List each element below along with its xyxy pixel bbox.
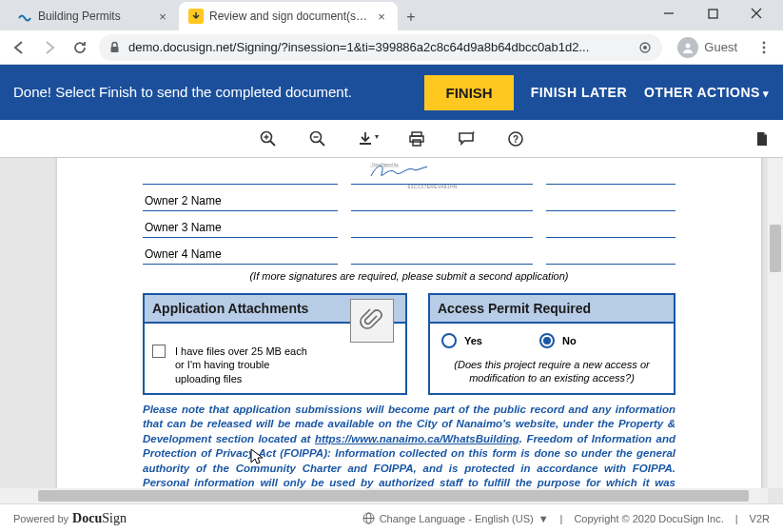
tab-title: Building Permits (38, 10, 150, 23)
attachment-upload-button[interactable] (350, 299, 394, 343)
radio-no-label: No (562, 335, 577, 346)
close-icon[interactable]: × (375, 10, 388, 23)
avatar-icon (677, 37, 698, 58)
vertical-scrollbar[interactable] (768, 158, 783, 488)
scroll-thumb[interactable] (38, 490, 749, 502)
svg-text:DocuSigned by:: DocuSigned by: (372, 162, 399, 167)
url-field[interactable]: demo.docusign.net/Signing/?insession=1&t… (99, 34, 662, 61)
minimize-button[interactable] (656, 4, 682, 23)
owner1-signature-cell[interactable]: DocuSigned by: 63CC57EREVA81HN (351, 181, 533, 185)
owner4-name-cell[interactable]: Owner 4 Name (143, 247, 338, 265)
print-icon[interactable] (405, 128, 428, 150)
svg-line-12 (270, 141, 275, 146)
tab-docusign[interactable]: Review and sign document(s) | D × (179, 2, 398, 30)
large-files-checkbox[interactable] (152, 345, 166, 358)
signature-id: 63CC57EREVA81HN (408, 184, 458, 189)
docusign-banner: Done! Select Finish to send the complete… (0, 65, 783, 120)
svg-line-16 (320, 141, 324, 146)
tab-building-permits[interactable]: Building Permits × (8, 2, 179, 30)
address-bar: demo.docusign.net/Signing/?insession=1&t… (0, 30, 783, 65)
document-toolbar: ▾ + ? (0, 120, 783, 158)
svg-point-10 (763, 50, 766, 53)
owner-signature-table: DocuSigned by: 63CC57EREVA81HN Owner 2 N… (143, 158, 675, 265)
finish-later-button[interactable]: FINISH LATER (531, 85, 627, 100)
favicon-icon (188, 9, 204, 24)
window-controls (656, 4, 783, 30)
owner2-name-cell[interactable]: Owner 2 Name (143, 194, 338, 211)
profile-chip[interactable]: Guest (670, 35, 745, 60)
svg-rect-1 (709, 10, 717, 18)
download-icon[interactable]: ▾ (356, 128, 379, 150)
close-icon[interactable]: × (156, 10, 169, 23)
finish-button[interactable]: FINISH (424, 75, 513, 110)
comment-icon[interactable]: + (455, 128, 478, 150)
large-files-label: I have files over 25 MB each or I'm havi… (175, 345, 308, 385)
help-icon[interactable]: ? (504, 128, 527, 150)
zoom-out-icon[interactable] (306, 128, 329, 150)
access-permit-box: Access Permit Required Yes No (Does this… (428, 293, 675, 395)
page-footer: Powered by DocuSign Change Language - En… (0, 503, 783, 532)
owner1-date-cell (546, 181, 676, 185)
document-viewport: DocuSigned by: 63CC57EREVA81HN Owner 2 N… (0, 158, 783, 503)
svg-rect-4 (111, 47, 119, 52)
back-button[interactable] (8, 36, 30, 59)
radio-yes-label: Yes (464, 335, 482, 346)
change-language-dropdown[interactable]: Change Language - English (US) ▼ (362, 512, 549, 524)
document-page: DocuSigned by: 63CC57EREVA81HN Owner 2 N… (57, 158, 761, 503)
svg-rect-19 (410, 136, 423, 142)
copyright-text: Copyright © 2020 DocuSign Inc. (574, 513, 723, 524)
browser-titlebar: Building Permits × Review and sign docum… (0, 0, 783, 30)
docusign-logo[interactable]: DocuSign (72, 511, 127, 526)
owner1-name-cell (143, 181, 338, 185)
whats-building-link[interactable]: https://www.nanaimo.ca/WhatsBuilding (315, 433, 519, 444)
menu-button[interactable] (753, 36, 775, 59)
svg-point-9 (763, 46, 766, 49)
favicon-icon (17, 9, 32, 24)
owner3-date-cell[interactable] (546, 234, 676, 238)
second-application-note: (If more signatures are required, please… (143, 270, 675, 282)
zoom-in-icon[interactable] (257, 128, 280, 150)
reload-button[interactable] (69, 36, 91, 59)
chevron-down-icon: ▼ (538, 513, 549, 524)
owner2-signature-cell[interactable] (351, 207, 533, 211)
access-permit-help: (Does this project require a new access … (438, 358, 666, 385)
svg-rect-20 (413, 140, 421, 146)
svg-point-7 (686, 43, 691, 48)
maximize-button[interactable] (699, 4, 726, 23)
owner4-signature-cell[interactable] (351, 261, 533, 265)
documents-panel-icon[interactable] (751, 128, 773, 150)
lock-icon (108, 41, 121, 53)
access-permit-no-radio[interactable] (539, 333, 555, 348)
forward-button[interactable] (38, 36, 61, 59)
new-tab-button[interactable]: + (398, 4, 424, 30)
owner2-date-cell[interactable] (546, 207, 676, 211)
tab-title: Review and sign document(s) | D (209, 10, 369, 23)
target-icon[interactable] (637, 40, 653, 55)
url-text: demo.docusign.net/Signing/?insession=1&t… (128, 40, 630, 54)
owner3-name-cell[interactable]: Owner 3 Name (143, 221, 338, 238)
owner4-date-cell[interactable] (546, 261, 676, 265)
svg-point-6 (643, 46, 647, 49)
guest-label: Guest (704, 40, 737, 54)
attachments-box: Application Attachments I have files ove… (143, 293, 407, 395)
owner3-signature-cell[interactable] (351, 234, 533, 238)
svg-text:+: + (471, 129, 476, 137)
version-text: V2R (750, 513, 770, 524)
access-permit-title: Access Permit Required (430, 295, 674, 324)
powered-by-label: Powered by (13, 513, 69, 524)
tab-strip: Building Permits × Review and sign docum… (0, 0, 424, 30)
svg-text:?: ? (512, 134, 518, 145)
globe-icon (362, 512, 375, 524)
banner-message: Done! Select Finish to send the complete… (13, 83, 407, 102)
scroll-thumb[interactable] (770, 225, 781, 272)
other-actions-dropdown[interactable]: OTHER ACTIONS (644, 85, 770, 100)
horizontal-scrollbar[interactable] (0, 488, 768, 503)
close-window-button[interactable] (743, 4, 770, 23)
access-permit-yes-radio[interactable] (441, 333, 457, 348)
svg-point-8 (763, 41, 766, 44)
